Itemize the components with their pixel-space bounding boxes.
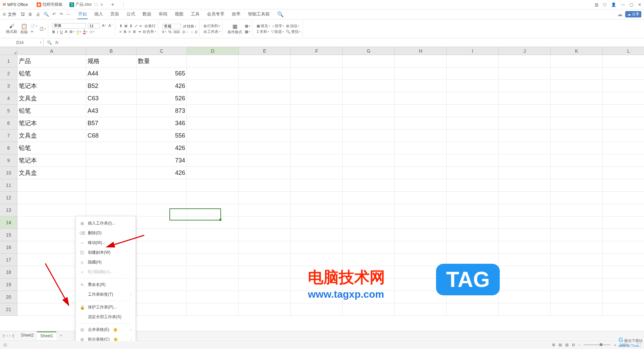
avatar-icon[interactable]: 👤: [611, 2, 616, 7]
menu-tab-0[interactable]: 开始: [77, 10, 88, 19]
cell-F14[interactable]: [291, 216, 343, 229]
cell-E5[interactable]: [239, 105, 291, 117]
export-icon[interactable]: 🗎: [28, 12, 33, 17]
cell-I20[interactable]: [447, 291, 499, 303]
row-header-11[interactable]: 11: [0, 179, 17, 192]
find-button[interactable]: 🔍 查找▾: [286, 29, 301, 34]
cell-G5[interactable]: [343, 105, 395, 117]
cell-J17[interactable]: [499, 254, 551, 266]
zoom-formula-icon[interactable]: 🔍: [47, 40, 52, 45]
align-top-button[interactable]: ⬆: [119, 24, 122, 28]
cell-J5[interactable]: [499, 105, 551, 117]
row-header-9[interactable]: 9: [0, 154, 17, 167]
cell-A9[interactable]: 笔记本: [17, 154, 86, 167]
row-header-8[interactable]: 8: [0, 142, 17, 154]
cell-K9[interactable]: [551, 154, 603, 167]
zoom-out-button[interactable]: −: [578, 343, 580, 347]
cell-G1[interactable]: [343, 55, 395, 67]
cell-H19[interactable]: [395, 279, 447, 291]
cell-G10[interactable]: [343, 167, 395, 179]
cell-A2[interactable]: 铅笔: [17, 67, 86, 80]
menu-tab-2[interactable]: 页面: [110, 10, 120, 19]
cell-C2[interactable]: 565: [137, 67, 187, 80]
cell-D6[interactable]: [187, 117, 239, 130]
cell-H10[interactable]: [395, 167, 447, 179]
cell-D15[interactable]: [187, 229, 239, 241]
cell-C18[interactable]: [137, 266, 187, 279]
wrap-button[interactable]: ⊟ 换行: [145, 23, 156, 29]
cell-B4[interactable]: C63: [86, 92, 137, 105]
cell-G18[interactable]: [343, 266, 395, 279]
cell-H13[interactable]: [395, 204, 447, 216]
fill-button[interactable]: ▦ 填充▾: [257, 23, 270, 29]
cell-J15[interactable]: [499, 229, 551, 241]
row-header-12[interactable]: 12: [0, 192, 17, 204]
redo-icon[interactable]: ↷: [59, 12, 63, 17]
cell-H16[interactable]: [395, 241, 447, 254]
cell-F15[interactable]: [291, 229, 343, 241]
cloud-icon[interactable]: ☁: [617, 11, 623, 17]
menu-tab-4[interactable]: 数据: [142, 10, 152, 19]
format-brush-button[interactable]: 🖌 格式刷: [5, 22, 18, 35]
panel-icon[interactable]: ▥: [595, 2, 598, 7]
cell-D1[interactable]: [187, 55, 239, 67]
cell-K6[interactable]: [551, 117, 603, 130]
strike-button[interactable]: A̶: [65, 30, 67, 34]
cell-L20[interactable]: [603, 291, 644, 303]
cell-F11[interactable]: [291, 179, 343, 192]
cell-I11[interactable]: [447, 179, 499, 192]
more-icon[interactable]: ⋯: [66, 12, 71, 17]
cell-C19[interactable]: [137, 279, 187, 291]
cube-icon[interactable]: ⬡: [603, 2, 606, 7]
cell-I8[interactable]: [447, 142, 499, 154]
cell-K13[interactable]: [551, 204, 603, 216]
cell-E19[interactable]: [239, 279, 291, 291]
cell-F7[interactable]: [291, 130, 343, 142]
underline-button[interactable]: U: [60, 30, 63, 34]
menu-tab-6[interactable]: 视图: [174, 10, 184, 19]
row-header-6[interactable]: 6: [0, 117, 17, 130]
select-all-corner[interactable]: [0, 47, 17, 55]
sheet-tab-Sheet2[interactable]: Sheet2: [17, 332, 37, 340]
fx-label[interactable]: fx: [55, 40, 58, 45]
cell-H2[interactable]: [395, 67, 447, 80]
cell-J20[interactable]: [499, 291, 551, 303]
tab-bookmark-icon[interactable]: ☐: [94, 2, 98, 7]
col-header-J[interactable]: J: [499, 47, 551, 55]
cell-K18[interactable]: [551, 266, 603, 279]
cell-J19[interactable]: [499, 279, 551, 291]
font-select[interactable]: [52, 23, 86, 29]
ctx-item-3[interactable]: ⿻创建副本(W): [76, 248, 136, 257]
cell-G16[interactable]: [343, 241, 395, 254]
cell-I9[interactable]: [447, 154, 499, 167]
cell-L14[interactable]: [603, 216, 644, 229]
cell-I17[interactable]: [447, 254, 499, 266]
cell-K19[interactable]: [551, 279, 603, 291]
cell-L10[interactable]: [603, 167, 644, 179]
cell-B13[interactable]: [86, 204, 137, 216]
cell-K8[interactable]: [551, 142, 603, 154]
cell-L3[interactable]: [603, 80, 644, 92]
cell-C5[interactable]: 873: [137, 105, 187, 117]
cell-K4[interactable]: [551, 92, 603, 105]
cell-C11[interactable]: [137, 179, 187, 192]
cell-E8[interactable]: [239, 142, 291, 154]
cond-format-button[interactable]: ▦ 条件格式: [227, 22, 243, 35]
justify-button[interactable]: ≣: [133, 30, 136, 34]
cell-G21[interactable]: [343, 303, 395, 316]
cell-H6[interactable]: [395, 117, 447, 130]
currency-button[interactable]: ¥▾: [162, 30, 166, 34]
ctx-item-0[interactable]: ⊞插入工作表(I)...: [76, 218, 136, 228]
decrease-font-button[interactable]: A⁻: [108, 23, 113, 28]
fullscreen-icon[interactable]: ⛶: [637, 343, 641, 347]
cell-B3[interactable]: B52: [86, 80, 137, 92]
cell-J13[interactable]: [499, 204, 551, 216]
cell-E21[interactable]: [239, 303, 291, 316]
ctx-item-2[interactable]: ↔移动(M)...: [76, 238, 136, 248]
align-right-button[interactable]: ≡: [128, 30, 130, 34]
cell-C12[interactable]: [137, 192, 187, 204]
col-header-G[interactable]: G: [343, 47, 395, 55]
ctx-item-4[interactable]: ⦸隐藏(H): [76, 257, 136, 267]
cell-L18[interactable]: [603, 266, 644, 279]
cell-E20[interactable]: [239, 291, 291, 303]
